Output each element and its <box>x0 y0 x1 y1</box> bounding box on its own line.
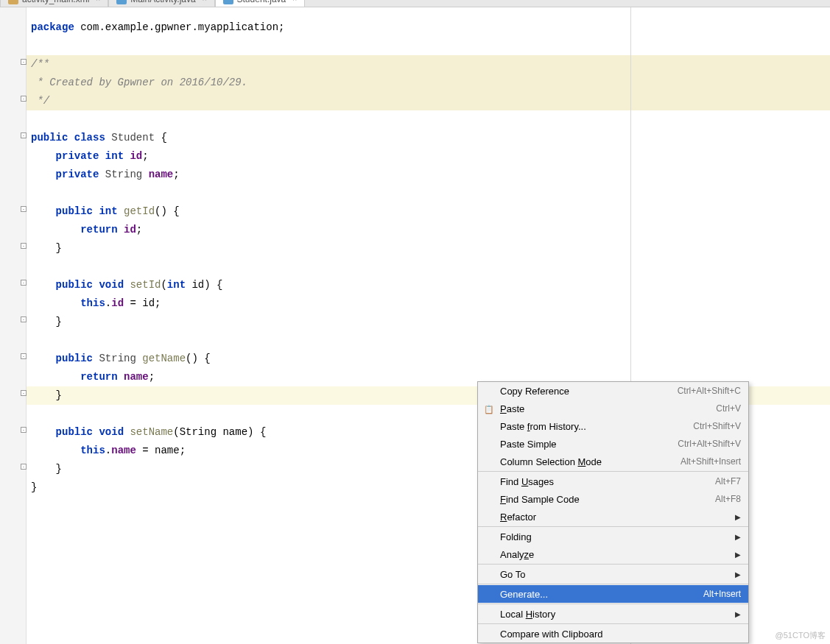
fold-marker-icon[interactable]: - <box>21 280 27 286</box>
code-line <box>27 184 830 202</box>
code-line: private String name; <box>27 166 830 184</box>
menu-generate[interactable]: Generate...Alt+Insert <box>478 585 748 603</box>
close-icon[interactable]: × <box>96 0 100 3</box>
menu-separator <box>478 564 748 565</box>
code-line <box>27 258 830 276</box>
code-line: public void setId(int id) { <box>27 276 830 294</box>
menu-local-history[interactable]: Local History▶ <box>478 605 748 623</box>
menu-separator <box>478 623 748 624</box>
menu-separator <box>478 526 748 527</box>
menu-paste-history[interactable]: Paste from History...Ctrl+Shift+V <box>478 417 748 435</box>
fold-marker-icon[interactable]: - <box>21 390 27 396</box>
code-line: this.id = id; <box>27 294 830 313</box>
fold-marker-icon[interactable]: - <box>21 132 27 138</box>
fold-marker-icon[interactable]: - <box>21 96 27 102</box>
code-line: private int id; <box>27 147 830 166</box>
menu-go-to[interactable]: Go To▶ <box>478 565 748 583</box>
menu-analyze[interactable]: Analyze▶ <box>478 545 748 563</box>
paste-icon <box>484 403 494 414</box>
context-menu: Copy ReferenceCtrl+Alt+Shift+C PasteCtrl… <box>477 381 749 643</box>
fold-marker-icon[interactable]: - <box>21 353 27 359</box>
submenu-arrow-icon: ▶ <box>735 533 741 541</box>
close-icon[interactable]: × <box>292 0 297 3</box>
menu-compare-clipboard[interactable]: Compare with Clipboard <box>478 625 748 643</box>
xml-file-icon <box>8 0 18 4</box>
code-line: * Created by Gpwner on 2016/10/29. <box>27 74 830 92</box>
code-line <box>27 37 830 55</box>
tab-activity-main[interactable]: activity_main.xml× <box>0 0 108 7</box>
submenu-arrow-icon: ▶ <box>735 570 741 578</box>
tab-student[interactable]: Student.java× <box>215 0 306 7</box>
menu-separator <box>478 471 748 472</box>
close-icon[interactable]: × <box>203 0 207 3</box>
java-file-icon <box>223 0 233 4</box>
watermark: @51CTO博客 <box>776 630 826 641</box>
fold-marker-icon[interactable]: - <box>21 464 27 470</box>
menu-separator <box>478 604 748 604</box>
menu-column-selection[interactable]: Column Selection ModeAlt+Shift+Insert <box>478 453 748 470</box>
code-line: } <box>27 239 830 258</box>
menu-find-sample[interactable]: Find Sample CodeAlt+F8 <box>478 490 748 508</box>
submenu-arrow-icon: ▶ <box>735 551 741 559</box>
tabs-bar: activity_main.xml× MainActivity.java× St… <box>0 0 830 7</box>
tab-main-activity[interactable]: MainActivity.java× <box>108 0 214 7</box>
menu-separator <box>478 584 748 584</box>
code-line <box>27 331 830 350</box>
java-file-icon <box>116 0 127 4</box>
code-line: public class Student { <box>27 129 830 147</box>
code-line: /** <box>27 55 830 74</box>
menu-refactor[interactable]: Refactor▶ <box>478 508 748 526</box>
menu-find-usages[interactable]: Find UsagesAlt+F7 <box>478 473 748 490</box>
fold-marker-icon[interactable]: - <box>21 206 27 212</box>
code-line: return id; <box>27 221 830 239</box>
gutter[interactable]: - - - - - - - - - - - <box>0 7 27 644</box>
menu-paste-simple[interactable]: Paste SimpleCtrl+Alt+Shift+V <box>478 435 748 453</box>
code-line: } <box>27 313 830 331</box>
menu-paste[interactable]: PasteCtrl+V <box>478 400 748 417</box>
fold-marker-icon[interactable]: - <box>21 427 27 433</box>
menu-copy-reference[interactable]: Copy ReferenceCtrl+Alt+Shift+C <box>478 382 748 400</box>
menu-folding[interactable]: Folding▶ <box>478 528 748 545</box>
fold-marker-icon[interactable]: - <box>21 243 27 249</box>
submenu-arrow-icon: ▶ <box>735 610 741 618</box>
fold-marker-icon[interactable]: - <box>21 59 27 65</box>
code-line: */ <box>27 92 830 110</box>
code-line <box>27 110 830 129</box>
code-line: public String getName() { <box>27 350 830 368</box>
fold-marker-icon[interactable]: - <box>21 316 27 322</box>
submenu-arrow-icon: ▶ <box>735 513 741 521</box>
code-line: package com.example.gpwner.myapplication… <box>27 18 830 37</box>
code-line: public int getId() { <box>27 202 830 221</box>
